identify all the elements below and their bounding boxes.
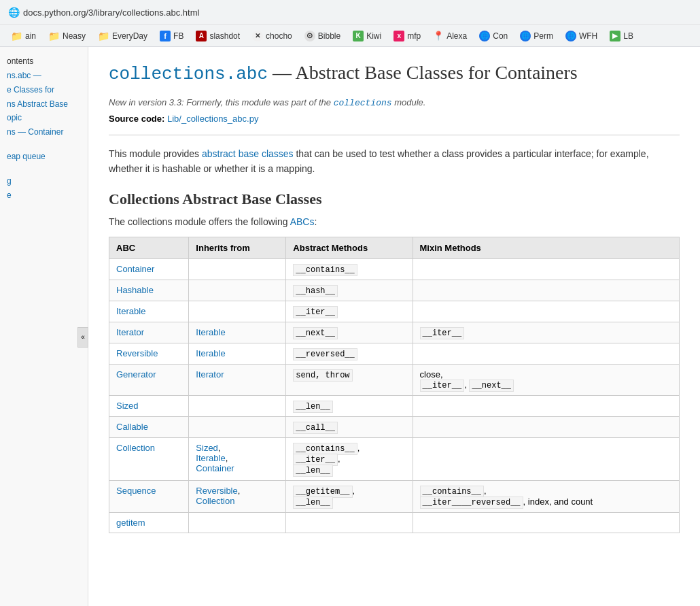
bookmark-item-8[interactable]: xmfp — [388, 29, 426, 44]
description: This module provides abstract base class… — [109, 146, 680, 177]
sidebar-item-7[interactable]: e — [0, 188, 88, 203]
inherits-link[interactable]: Reversible — [196, 486, 237, 496]
bookmark-label: Bibble — [318, 31, 340, 41]
abc-link[interactable]: getitem — [116, 518, 145, 528]
sidebar-item-3[interactable]: opic — [0, 111, 88, 125]
mixin-method: __next__ — [469, 380, 514, 392]
bookmark-label: Kiwi — [366, 31, 381, 41]
bookmark-item-5[interactable]: ✕chocho — [247, 29, 298, 44]
url-bar: docs.python.org/3/library/collections.ab… — [23, 7, 199, 18]
bookmark-label: EveryDay — [112, 31, 147, 41]
page-title-mono: collections.abc — [109, 64, 268, 84]
sidebar-item-4[interactable]: ns — Container — [0, 125, 88, 139]
inherits-link[interactable]: Iterable — [196, 453, 225, 463]
browser-chrome: 🌐 docs.python.org/3/library/collections.… — [0, 0, 700, 47]
bookmarks-bar: 📁ain📁Neasy📁EveryDayfFBAslashdot✕chocho⊙B… — [0, 24, 700, 46]
page-title: collections.abc — Abstract Base Classes … — [109, 61, 680, 86]
bookmark-item-12[interactable]: 🌐WFH — [560, 29, 603, 44]
favicon-icon: 🌐 — [8, 7, 19, 18]
inherits-link[interactable]: Iterable — [196, 348, 225, 358]
section-heading: Collections Abstract Base Classes — [109, 190, 680, 208]
bookmark-item-13[interactable]: ▶LB — [604, 29, 639, 44]
sidebar-item-2[interactable]: ns Abstract Base — [0, 97, 88, 112]
abc-link[interactable]: Generator — [116, 369, 156, 380]
abc-link[interactable]: Collection — [116, 443, 155, 453]
abc-link[interactable]: Sequence — [116, 486, 156, 496]
abc-link[interactable]: Sized — [116, 401, 139, 411]
sidebar-item-0[interactable]: ns.abc — — [0, 69, 88, 83]
bookmark-item-0[interactable]: 📁ain — [5, 29, 41, 44]
abc-link[interactable]: Callable — [116, 422, 148, 432]
abc-intro-post: : — [314, 216, 317, 227]
abc-link[interactable]: Container — [116, 264, 154, 274]
abc-table: ABC Inherits from Abstract Methods Mixin… — [109, 237, 680, 533]
abstract-method: __hash__ — [293, 285, 338, 297]
inherits-link[interactable]: Container — [196, 463, 234, 473]
bookmark-item-11[interactable]: 🌐Perm — [514, 29, 559, 44]
bookmark-label: slashdot — [209, 31, 240, 41]
table-header-row: ABC Inherits from Abstract Methods Mixin… — [109, 237, 680, 258]
sidebar-item-5[interactable]: eap queue — [0, 150, 88, 164]
abstract-method: __contains__ — [293, 443, 357, 455]
abc-link[interactable]: Reversible — [116, 348, 158, 358]
bookmark-label: chocho — [266, 31, 292, 41]
bookmark-label: Alexa — [447, 31, 467, 41]
source-label: Source code: — [109, 114, 164, 124]
abc-intro: The collections module offers the follow… — [109, 216, 680, 227]
sidebar-item-6[interactable]: g — [0, 174, 88, 188]
bookmark-label: Perm — [533, 31, 553, 41]
bookmark-label: ain — [25, 31, 36, 41]
abcs-link[interactable]: ABCs — [290, 216, 315, 227]
bookmark-item-6[interactable]: ⊙Bibble — [299, 29, 346, 44]
page-container: ontents ns.abc — e Classes for ns Abstra… — [0, 47, 700, 606]
bookmark-label: LB — [623, 31, 633, 41]
bookmark-item-9[interactable]: 📍Alexa — [427, 29, 472, 44]
bookmark-item-4[interactable]: Aslashdot — [190, 29, 245, 44]
bookmark-item-10[interactable]: 🌐Con — [474, 29, 513, 44]
bookmark-item-7[interactable]: KKiwi — [347, 29, 387, 44]
table-row: IteratorIterable__next____iter__ — [109, 322, 680, 343]
bookmark-item-2[interactable]: 📁EveryDay — [92, 29, 153, 44]
abstract-base-classes-link[interactable]: abstract base classes — [202, 148, 294, 159]
table-row: CollectionSized, Iterable, Container__co… — [109, 437, 680, 480]
table-row: getitem — [109, 512, 680, 533]
mixin-method: __iter__ — [420, 380, 465, 392]
inherits-link[interactable]: Collection — [196, 496, 234, 506]
abstract-method: __getitem__ — [293, 486, 352, 498]
version-note: New in version 3.3: Formerly, this modul… — [109, 97, 680, 108]
version-note-end: module. — [394, 97, 425, 107]
abstract-method: __contains__ — [293, 264, 357, 276]
abstract-method: __len__ — [293, 401, 332, 413]
table-row: Sized__len__ — [109, 395, 680, 416]
abc-link[interactable]: Hashable — [116, 285, 154, 295]
bookmark-item-3[interactable]: fFB — [154, 29, 189, 44]
abstract-method: __len__ — [293, 465, 332, 477]
col-mixin: Mixin Methods — [413, 237, 679, 258]
bookmark-label: FB — [173, 31, 183, 41]
abstract-method: __reversed__ — [293, 348, 357, 360]
section-divider — [109, 135, 680, 135]
sidebar-item-1[interactable]: e Classes for — [0, 83, 88, 97]
title-bar: 🌐 docs.python.org/3/library/collections.… — [0, 0, 700, 24]
col-abc: ABC — [109, 237, 189, 258]
version-note-pre: New in version 3.3: — [109, 97, 184, 107]
source-code: Source code: Lib/_collections_abc.py — [109, 114, 680, 124]
bookmark-item-1[interactable]: 📁Neasy — [43, 29, 91, 44]
col-inherits: Inherits from — [189, 237, 286, 258]
inherits-link[interactable]: Sized — [196, 443, 218, 453]
abstract-method: send, throw — [293, 369, 352, 382]
abc-intro-pre: The collections module offers the follow… — [109, 216, 288, 227]
abc-link[interactable]: Iterable — [116, 306, 145, 316]
version-module-link[interactable]: collections — [334, 98, 392, 108]
inherits-link[interactable]: Iterable — [196, 327, 225, 337]
version-note-post: Formerly, this module was part of the — [186, 97, 331, 107]
table-row: Hashable__hash__ — [109, 280, 680, 301]
table-row: Container__contains__ — [109, 258, 680, 280]
table-row: GeneratorIteratorsend, throwclose, __ite… — [109, 364, 680, 395]
page-title-dash: — Abstract Base Classes for Containers — [268, 62, 578, 83]
abc-link[interactable]: Iterator — [116, 327, 144, 337]
inherits-link[interactable]: Iterator — [196, 369, 224, 380]
source-link[interactable]: Lib/_collections_abc.py — [167, 114, 258, 124]
bookmark-label: mfp — [407, 31, 421, 41]
sidebar-toggle-button[interactable]: « — [77, 327, 88, 348]
